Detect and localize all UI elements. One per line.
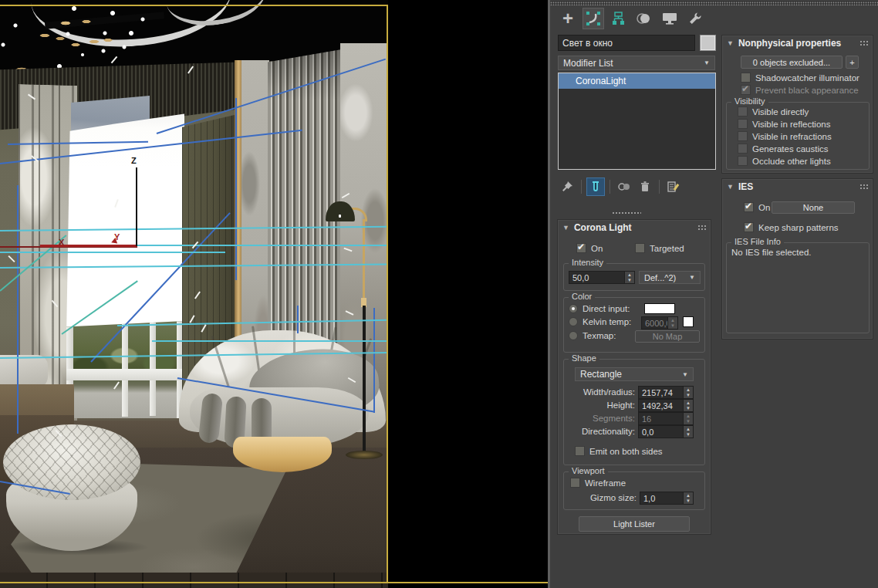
emit-both-sides-label: Emit on both sides bbox=[589, 447, 663, 456]
visible-reflections-checkbox[interactable] bbox=[738, 119, 748, 129]
occlude-other-lights-checkbox[interactable] bbox=[738, 156, 748, 166]
show-end-result-button[interactable] bbox=[586, 177, 605, 196]
show-end-result-icon bbox=[589, 181, 602, 193]
width-radius-spinner[interactable]: 2157,74 ▲▼ bbox=[638, 386, 694, 399]
visible-directly-label: Visible directly bbox=[752, 107, 809, 117]
tab-display[interactable] bbox=[659, 8, 680, 29]
kelvin-temp-spinner[interactable]: 6000,0 ▲▼ bbox=[641, 316, 678, 329]
color-group: Color Direct input: Kelvin temp: 6000,0 … bbox=[563, 297, 705, 353]
color-legend: Color bbox=[569, 292, 595, 301]
tab-utilities[interactable] bbox=[684, 8, 706, 29]
spinner-arrows-icon[interactable]: ▲▼ bbox=[624, 272, 634, 283]
light-color-swatch[interactable] bbox=[644, 303, 675, 314]
ottoman bbox=[3, 423, 150, 557]
texmap-radio[interactable] bbox=[569, 331, 578, 340]
tab-create[interactable]: + bbox=[557, 8, 579, 29]
configure-modifier-sets-icon bbox=[667, 181, 680, 193]
shape-legend: Shape bbox=[569, 353, 599, 363]
spinner-arrows-icon[interactable]: ▲▼ bbox=[683, 426, 693, 438]
intensity-units-dropdown[interactable]: Def...^2) ▼ bbox=[639, 271, 701, 284]
gizmo-size-spinner[interactable]: 1,0 ▲▼ bbox=[640, 492, 694, 505]
visibility-group: Visibility Visible directly Visible in r… bbox=[726, 102, 870, 170]
modifier-list-label: Modifier List bbox=[563, 58, 613, 69]
kelvin-temp-label: Kelvin temp: bbox=[583, 317, 631, 326]
ies-file-button[interactable]: None bbox=[772, 201, 855, 214]
light-lister-button[interactable]: Light Lister bbox=[579, 516, 690, 532]
rollout-grip-icon bbox=[859, 184, 868, 190]
viewport-legend: Viewport bbox=[569, 466, 608, 475]
width-radius-label: Width/radius: bbox=[564, 387, 635, 397]
spinner-arrows-icon[interactable]: ▲▼ bbox=[683, 387, 693, 398]
kelvin-color-swatch[interactable] bbox=[683, 316, 694, 327]
keep-sharp-patterns-checkbox[interactable] bbox=[744, 222, 754, 232]
rollout-title: IES bbox=[738, 181, 753, 192]
targeted-checkbox[interactable] bbox=[635, 243, 645, 253]
generates-caustics-checkbox[interactable] bbox=[738, 144, 748, 154]
shape-type-dropdown[interactable]: Rectangle ▼ bbox=[575, 367, 694, 381]
rollout-corona-light-header[interactable]: ▼ Corona Light bbox=[558, 220, 711, 235]
tab-hierarchy[interactable] bbox=[608, 8, 630, 29]
tab-modify[interactable] bbox=[583, 8, 604, 29]
spinner-arrows-icon[interactable]: ▲▼ bbox=[683, 492, 693, 504]
modifier-list-dropdown[interactable]: Modifier List ▼ bbox=[558, 56, 715, 70]
window-garden bbox=[66, 321, 184, 418]
visible-refractions-checkbox[interactable] bbox=[738, 131, 748, 141]
armchair-gold-base bbox=[233, 437, 332, 472]
rollout-title: Corona Light bbox=[574, 222, 632, 233]
exclude-add-button[interactable]: + bbox=[846, 56, 859, 69]
directionality-spinner[interactable]: 0,0 ▲▼ bbox=[638, 425, 694, 438]
rollout-splitter-handle[interactable] bbox=[612, 211, 641, 215]
rollout-ies-header[interactable]: ▼ IES bbox=[722, 179, 873, 194]
pin-stack-button[interactable] bbox=[558, 177, 576, 196]
directionality-label: Directionality: bbox=[564, 427, 635, 436]
viewport-3d[interactable]: X Y Z bbox=[0, 0, 388, 588]
intensity-spinner[interactable]: 50,0 ▲▼ bbox=[569, 271, 635, 284]
modifier-stack-item-label: CoronaLight bbox=[576, 76, 626, 86]
chevron-down-icon: ▼ bbox=[689, 274, 695, 281]
viewport-border-bottom-ext bbox=[388, 582, 548, 583]
display-icon bbox=[662, 12, 677, 25]
viewport-group: Viewport Wireframe Gizmo size: 1,0 ▲▼ bbox=[563, 471, 705, 510]
modifier-stack[interactable]: CoronaLight bbox=[558, 73, 716, 170]
remove-modifier-button[interactable] bbox=[636, 177, 654, 196]
object-color-swatch[interactable] bbox=[700, 35, 716, 51]
modifier-stack-item-coronalight[interactable]: CoronaLight bbox=[559, 73, 715, 89]
light-on-checkbox[interactable] bbox=[576, 243, 586, 253]
wireframe-label: Wireframe bbox=[585, 478, 626, 488]
visible-directly-checkbox[interactable] bbox=[738, 106, 748, 117]
pin-stack-icon bbox=[561, 181, 573, 193]
modifier-stack-toolbar bbox=[558, 177, 683, 196]
segments-spinner: 16 ▲▼ bbox=[638, 412, 694, 425]
direct-input-radio[interactable] bbox=[569, 304, 578, 313]
occlude-other-lights-label: Occlude other lights bbox=[752, 157, 831, 166]
object-name-input[interactable]: Свет в окно bbox=[558, 35, 695, 51]
texmap-button[interactable]: No Map bbox=[635, 330, 700, 343]
configure-modifier-sets-button[interactable] bbox=[664, 177, 683, 196]
spinner-arrows-icon[interactable]: ▲▼ bbox=[683, 400, 693, 411]
prevent-black-label: Prevent black appearance bbox=[755, 86, 859, 95]
visibility-legend: Visibility bbox=[731, 96, 768, 106]
height-label: Height: bbox=[564, 400, 635, 410]
utilities-wrench-icon bbox=[688, 12, 702, 25]
tab-motion[interactable] bbox=[633, 8, 655, 29]
rollout-corona-light: ▼ Corona Light On Targeted Intensity 50,… bbox=[557, 219, 711, 535]
generates-caustics-label: Generates caustics bbox=[752, 144, 828, 154]
ies-on-checkbox[interactable] bbox=[744, 202, 754, 212]
ies-file-info-text: No IES file selected. bbox=[731, 248, 812, 257]
make-unique-icon bbox=[617, 181, 631, 193]
motion-icon bbox=[637, 12, 652, 25]
height-spinner[interactable]: 1492,34 ▲▼ bbox=[638, 399, 694, 412]
light-on-label: On bbox=[591, 244, 603, 253]
keep-sharp-patterns-label: Keep sharp patterns bbox=[758, 223, 839, 232]
wireframe-checkbox[interactable] bbox=[570, 478, 580, 488]
make-unique-button[interactable] bbox=[615, 177, 633, 196]
shadowcatcher-checkbox[interactable] bbox=[741, 73, 751, 83]
objects-excluded-button[interactable]: 0 objects excluded... bbox=[741, 56, 843, 69]
emit-both-sides-checkbox[interactable] bbox=[575, 446, 585, 456]
kelvin-temp-radio[interactable] bbox=[569, 317, 578, 326]
chevron-down-icon: ▼ bbox=[704, 59, 710, 66]
command-panel: + bbox=[550, 0, 878, 588]
rollout-nonphysical-header[interactable]: ▼ Nonphysical properties bbox=[722, 35, 873, 51]
panel-resize-handle[interactable] bbox=[550, 2, 878, 5]
targeted-label: Targeted bbox=[650, 244, 684, 253]
